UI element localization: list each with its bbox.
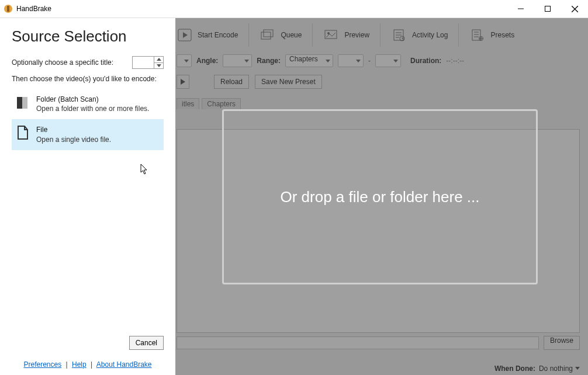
titlebar: HandBrake [0, 0, 588, 18]
svg-rect-17 [22, 97, 27, 109]
svg-rect-1 [7, 6, 9, 12]
file-option-desc: Open a single video file. [36, 135, 111, 144]
specific-title-hint: Optionally choose a specific title: [12, 58, 113, 67]
folder-icon [16, 95, 29, 110]
source-option-folder[interactable]: Folder (Batch Scan) Open a folder with o… [12, 89, 164, 119]
cancel-button[interactable]: Cancel [129, 336, 164, 350]
file-icon [16, 125, 29, 140]
svg-marker-15 [157, 64, 161, 67]
preferences-link[interactable]: Preferences [23, 360, 61, 369]
title-number-spinner[interactable] [132, 56, 164, 69]
minimize-button[interactable] [507, 0, 534, 18]
folder-option-title: Folder (Batch Scan) [36, 95, 149, 104]
drop-target[interactable]: Or drop a file or folder here ... [222, 109, 538, 284]
panel-heading: Source Selection [12, 27, 164, 46]
help-link[interactable]: Help [72, 360, 87, 369]
source-selection-panel: Source Selection Optionally choose a spe… [0, 18, 175, 375]
spinner-up-button[interactable] [154, 57, 163, 63]
source-option-file[interactable]: File Open a single video file. [12, 119, 164, 150]
encode-hint: Then choose the video(s) you'd like to e… [12, 75, 164, 83]
window-title: HandBrake [16, 5, 51, 13]
close-button[interactable] [561, 0, 588, 18]
about-link[interactable]: About HandBrake [96, 360, 152, 369]
svg-rect-16 [17, 97, 22, 109]
svg-marker-14 [157, 58, 161, 61]
spinner-down-button[interactable] [154, 63, 163, 69]
app-icon [4, 4, 13, 13]
drop-target-text: Or drop a file or folder here ... [280, 188, 479, 206]
file-option-title: File [36, 125, 111, 134]
maximize-button[interactable] [534, 0, 561, 18]
svg-rect-2 [545, 6, 551, 12]
footer-links: Preferences | Help | About HandBrake [12, 360, 164, 369]
folder-option-desc: Open a folder with one or more files. [36, 104, 149, 113]
cancel-label: Cancel [136, 339, 157, 347]
